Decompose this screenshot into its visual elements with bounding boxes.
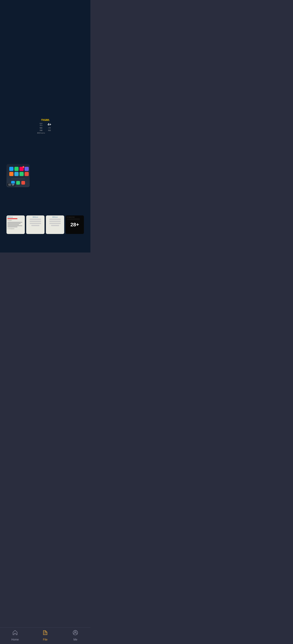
screenshot-thumb-4[interactable]: 各作键使启动器 28+ bbox=[66, 216, 84, 234]
main-content: document ∫∫∫______ bbox=[0, 24, 90, 252]
internal-storage-2-image-grid: MX Player播放 MX播放器手机播放器天花板 动翻译 倍速播放 免费! 一… bbox=[7, 115, 84, 136]
screenshot-thumb-2[interactable]: MDScan bbox=[26, 216, 45, 234]
screenshot-thumb-3[interactable]: MDScan bbox=[46, 216, 64, 234]
screenshot-date-label: 02-16 bbox=[8, 183, 15, 186]
screenshot-thumb-1[interactable]: MDScan 快速修牛 打开快速发扣 bbox=[7, 216, 25, 234]
internal-storage-2-card: Internal Storage MX Player播放 MX播放器手机播放器天… bbox=[3, 100, 88, 146]
grid-thumb-4[interactable]: 手机刷机 oppo4+ 华为 魅族小米 荣耀 美图真我 Realme bbox=[66, 115, 84, 136]
more-screenshots-overlay: 28+ bbox=[66, 216, 84, 234]
single-screenshot[interactable]: 2 02-16 bbox=[7, 164, 30, 187]
